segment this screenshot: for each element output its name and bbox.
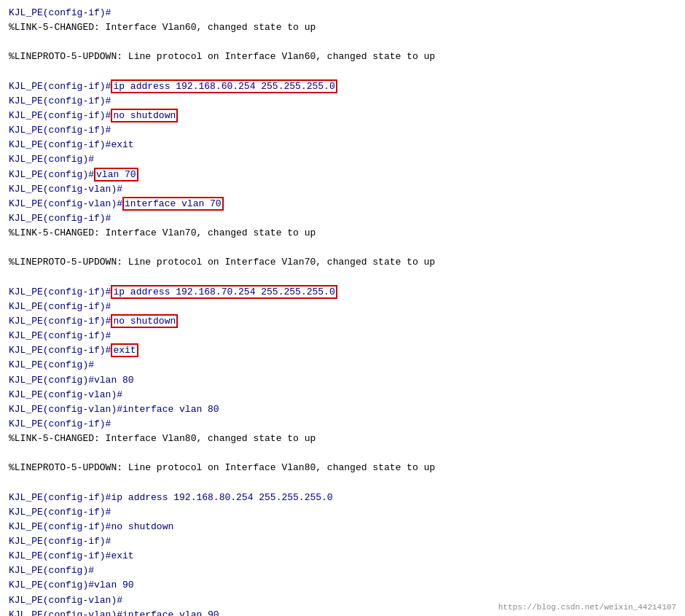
terminal-output: KJL_PE(config-if)#%LINK-5-CHANGED: Inter…	[0, 0, 685, 616]
watermark: https://blog.csdn.net/weixin_44214107	[498, 603, 676, 612]
